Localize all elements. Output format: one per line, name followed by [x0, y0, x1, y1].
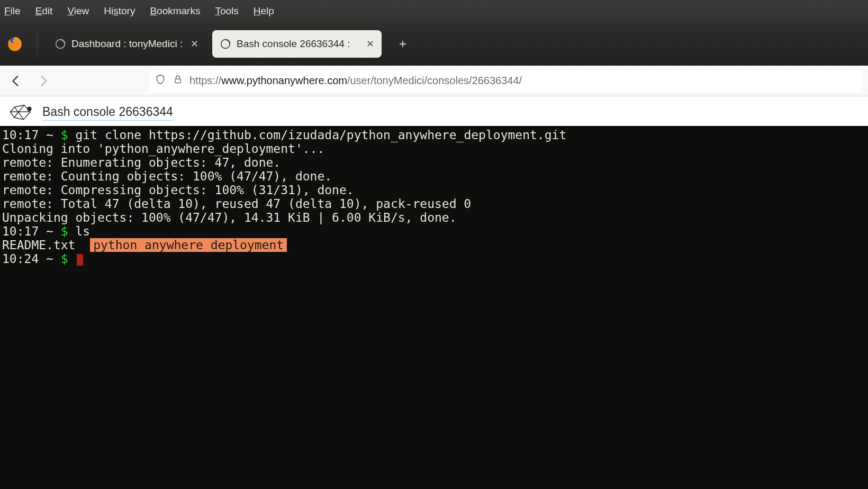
terminal-line: 10:24 ~ $: [2, 252, 866, 266]
page-title[interactable]: Bash console 26636344: [42, 105, 173, 121]
menu-help[interactable]: Help: [254, 5, 274, 17]
pythonanywhere-favicon: [220, 38, 231, 50]
nav-toolbar: https://www.pythonanywhere.com/user/tony…: [0, 66, 868, 96]
close-icon[interactable]: ✕: [191, 38, 198, 50]
close-icon[interactable]: ✕: [366, 38, 374, 50]
terminal-line: 10:17 ~ $ ls: [2, 224, 866, 238]
menu-history[interactable]: History: [104, 5, 135, 17]
terminal-line: Cloning into 'python_anywhere_deployment…: [2, 142, 866, 156]
tab-label: Bash console 26636344 :: [237, 38, 361, 50]
menu-tools[interactable]: Tools: [215, 5, 238, 17]
tab-dashboard[interactable]: Dashboard : tonyMedici : ✕: [47, 30, 206, 58]
pythonanywhere-logo-icon[interactable]: [7, 103, 36, 123]
url-text: https://www.pythonanywhere.com/user/tony…: [189, 75, 522, 87]
lock-icon[interactable]: [173, 74, 183, 87]
menu-bar: File Edit View History Bookmarks Tools H…: [0, 0, 868, 22]
firefox-icon[interactable]: [4, 33, 25, 55]
directory-highlight: python_anywhere_deployment: [90, 238, 287, 252]
terminal-line: Unpacking objects: 100% (47/47), 14.31 K…: [2, 211, 866, 224]
terminal-line: remote: Enumerating objects: 47, done.: [2, 156, 866, 169]
svg-point-8: [28, 107, 31, 111]
forward-button[interactable]: [33, 71, 53, 91]
terminal-line: 10:17 ~ $ git clone https://github.com/i…: [2, 128, 866, 142]
pythonanywhere-favicon: [55, 38, 66, 50]
shield-icon[interactable]: [155, 74, 166, 88]
terminal-line: README.txt python_anywhere_deployment: [2, 238, 866, 252]
tab-separator: [37, 31, 38, 57]
page-header: Bash console 26636344: [0, 96, 868, 126]
url-bar[interactable]: https://www.pythonanywhere.com/user/tony…: [149, 70, 862, 92]
terminal-line: remote: Total 47 (delta 10), reused 47 (…: [2, 197, 866, 211]
tab-bash-console[interactable]: Bash console 26636344 : ✕: [212, 30, 382, 58]
terminal-cursor: [77, 254, 83, 266]
new-tab-button[interactable]: +: [392, 33, 413, 55]
tab-strip: Dashboard : tonyMedici : ✕ Bash console …: [0, 22, 868, 66]
menu-view[interactable]: View: [67, 5, 89, 17]
tab-label: Dashboard : tonyMedici :: [71, 38, 185, 50]
svg-rect-3: [175, 79, 180, 83]
terminal-line: remote: Counting objects: 100% (47/47), …: [2, 169, 866, 183]
svg-marker-4: [10, 105, 30, 120]
menu-edit[interactable]: Edit: [35, 5, 53, 17]
terminal-line: remote: Compressing objects: 100% (31/31…: [2, 183, 866, 197]
menu-bookmarks[interactable]: Bookmarks: [150, 5, 200, 17]
terminal[interactable]: 10:17 ~ $ git clone https://github.com/i…: [0, 126, 868, 489]
menu-file[interactable]: File: [4, 5, 21, 17]
back-button[interactable]: [6, 71, 26, 91]
